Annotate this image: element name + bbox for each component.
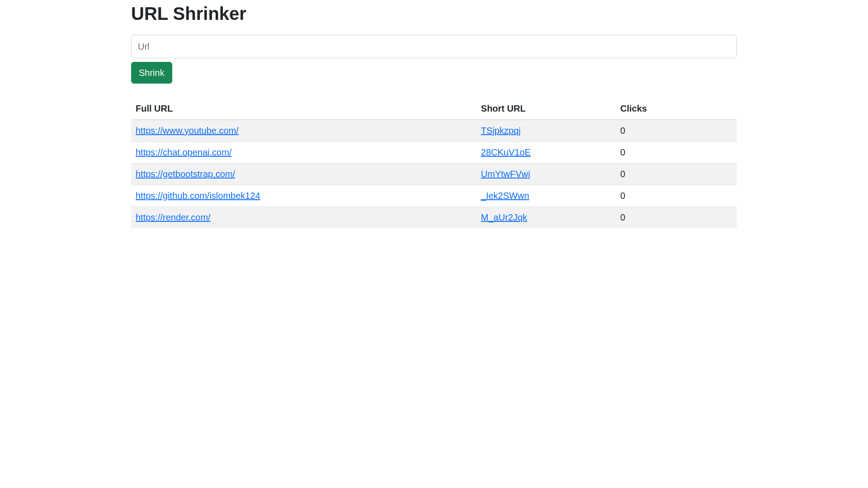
header-full-url: Full URL xyxy=(131,98,476,120)
header-clicks: Clicks xyxy=(616,98,737,120)
cell-clicks: 0 xyxy=(616,120,737,142)
full-url-link[interactable]: https://chat.openai.com/ xyxy=(136,147,231,157)
short-url-link[interactable]: 28CKuV1oE xyxy=(481,147,531,157)
table-row: https://chat.openai.com/28CKuV1oE0 xyxy=(131,142,737,164)
cell-clicks: 0 xyxy=(616,164,737,185)
cell-full-url: https://getbootstrap.com/ xyxy=(131,164,476,185)
table-row: https://getbootstrap.com/UmYtwFVwj0 xyxy=(131,164,737,185)
shrink-button[interactable]: Shrink xyxy=(131,62,172,84)
full-url-link[interactable]: https://www.youtube.com/ xyxy=(136,126,239,136)
short-url-link[interactable]: TSjpkzpqj xyxy=(481,126,521,136)
table-row: https://github.com/islombek124_Iek2SWwn0 xyxy=(131,185,737,207)
cell-short-url: TSjpkzpqj xyxy=(476,120,616,142)
cell-short-url: UmYtwFVwj xyxy=(476,164,616,185)
cell-full-url: https://render.com/ xyxy=(131,207,476,229)
cell-short-url: _Iek2SWwn xyxy=(476,185,616,207)
table-row: https://www.youtube.com/TSjpkzpqj0 xyxy=(131,120,737,142)
short-url-link[interactable]: _Iek2SWwn xyxy=(481,191,529,201)
table-row: https://render.com/M_aUr2Jqk0 xyxy=(131,207,737,229)
cell-clicks: 0 xyxy=(616,207,737,229)
full-url-link[interactable]: https://render.com/ xyxy=(136,212,211,222)
cell-short-url: 28CKuV1oE xyxy=(476,142,616,164)
full-url-link[interactable]: https://github.com/islombek124 xyxy=(136,191,260,201)
header-short-url: Short URL xyxy=(476,98,616,120)
page-title: URL Shrinker xyxy=(131,4,737,24)
full-url-link[interactable]: https://getbootstrap.com/ xyxy=(136,169,235,179)
cell-clicks: 0 xyxy=(616,142,737,164)
cell-full-url: https://chat.openai.com/ xyxy=(131,142,476,164)
short-url-link[interactable]: UmYtwFVwj xyxy=(481,169,530,179)
urls-table: Full URL Short URL Clicks https://www.yo… xyxy=(131,98,737,228)
cell-short-url: M_aUr2Jqk xyxy=(476,207,616,229)
url-input[interactable] xyxy=(131,35,737,58)
cell-full-url: https://www.youtube.com/ xyxy=(131,120,476,142)
cell-clicks: 0 xyxy=(616,185,737,207)
short-url-link[interactable]: M_aUr2Jqk xyxy=(481,212,527,222)
cell-full-url: https://github.com/islombek124 xyxy=(131,185,476,207)
